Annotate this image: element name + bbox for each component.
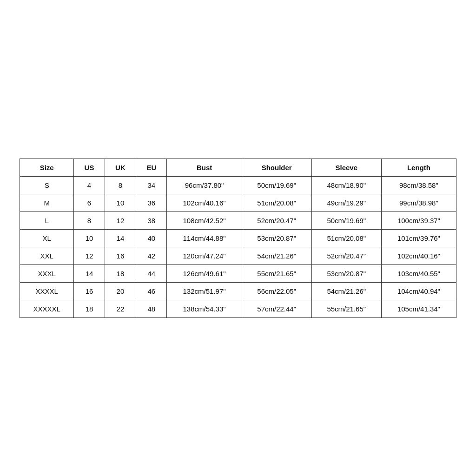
cell-r1-c3: 36 [136,194,167,212]
table-row: M61036102cm/40.16"51cm/20.08"49cm/19.29"… [20,194,456,212]
cell-r3-c4: 114cm/44.88" [167,229,242,247]
cell-r2-c1: 8 [74,212,105,229]
cell-r1-c5: 51cm/20.08" [242,194,311,212]
cell-r7-c3: 48 [136,300,167,317]
cell-r3-c2: 14 [105,229,136,247]
cell-r1-c0: M [20,194,74,212]
cell-r6-c3: 46 [136,282,167,300]
cell-r5-c0: XXXL [20,264,74,282]
column-header-uk: UK [105,159,136,176]
cell-r6-c1: 16 [74,282,105,300]
cell-r0-c6: 48cm/18.90" [311,176,381,194]
cell-r4-c2: 16 [105,247,136,264]
cell-r6-c2: 20 [105,282,136,300]
cell-r4-c3: 42 [136,247,167,264]
cell-r3-c3: 40 [136,229,167,247]
cell-r2-c0: L [20,212,74,229]
column-header-bust: Bust [167,159,242,176]
cell-r7-c1: 18 [74,300,105,317]
cell-r5-c7: 103cm/40.55" [381,264,456,282]
cell-r1-c1: 6 [74,194,105,212]
cell-r5-c4: 126cm/49.61" [167,264,242,282]
cell-r4-c4: 120cm/47.24" [167,247,242,264]
table-row: XXXXXL182248138cm/54.33"57cm/22.44"55cm/… [20,300,456,317]
cell-r2-c3: 38 [136,212,167,229]
cell-r5-c1: 14 [74,264,105,282]
column-header-eu: EU [136,159,167,176]
cell-r0-c1: 4 [74,176,105,194]
cell-r7-c0: XXXXXL [20,300,74,317]
cell-r7-c7: 105cm/41.34" [381,300,456,317]
cell-r1-c6: 49cm/19.29" [311,194,381,212]
cell-r7-c2: 22 [105,300,136,317]
cell-r5-c5: 55cm/21.65" [242,264,311,282]
cell-r7-c4: 138cm/54.33" [167,300,242,317]
cell-r7-c5: 57cm/22.44" [242,300,311,317]
column-header-length: Length [381,159,456,176]
cell-r1-c2: 10 [105,194,136,212]
cell-r2-c2: 12 [105,212,136,229]
column-header-shoulder: Shoulder [242,159,311,176]
cell-r6-c6: 54cm/21.26" [311,282,381,300]
cell-r3-c6: 51cm/20.08" [311,229,381,247]
cell-r1-c7: 99cm/38.98" [381,194,456,212]
table-row: XXL121642120cm/47.24"54cm/21.26"52cm/20.… [20,247,456,264]
cell-r0-c4: 96cm/37.80" [167,176,242,194]
cell-r4-c5: 54cm/21.26" [242,247,311,264]
cell-r6-c0: XXXXL [20,282,74,300]
cell-r2-c6: 50cm/19.69" [311,212,381,229]
cell-r2-c5: 52cm/20.47" [242,212,311,229]
table-row: XXXXL162046132cm/51.97"56cm/22.05"54cm/2… [20,282,456,300]
cell-r6-c7: 104cm/40.94" [381,282,456,300]
cell-r0-c3: 34 [136,176,167,194]
cell-r0-c0: S [20,176,74,194]
cell-r3-c7: 101cm/39.76" [381,229,456,247]
cell-r5-c6: 53cm/20.87" [311,264,381,282]
cell-r0-c7: 98cm/38.58" [381,176,456,194]
cell-r2-c4: 108cm/42.52" [167,212,242,229]
cell-r0-c2: 8 [105,176,136,194]
cell-r7-c6: 55cm/21.65" [311,300,381,317]
table-row: L81238108cm/42.52"52cm/20.47"50cm/19.69"… [20,212,456,229]
cell-r0-c5: 50cm/19.69" [242,176,311,194]
table-row: XXXL141844126cm/49.61"55cm/21.65"53cm/20… [20,264,456,282]
column-header-sleeve: Sleeve [311,159,381,176]
cell-r4-c0: XXL [20,247,74,264]
cell-r3-c5: 53cm/20.87" [242,229,311,247]
cell-r4-c1: 12 [74,247,105,264]
cell-r6-c5: 56cm/22.05" [242,282,311,300]
column-header-size: Size [20,159,74,176]
cell-r2-c7: 100cm/39.37" [381,212,456,229]
cell-r3-c1: 10 [74,229,105,247]
cell-r4-c7: 102cm/40.16" [381,247,456,264]
cell-r5-c2: 18 [105,264,136,282]
cell-r1-c4: 102cm/40.16" [167,194,242,212]
cell-r3-c0: XL [20,229,74,247]
column-header-us: US [74,159,105,176]
size-chart-table: SizeUSUKEUBustShoulderSleeveLength S4834… [20,159,456,318]
cell-r5-c3: 44 [136,264,167,282]
size-chart-wrapper: SizeUSUKEUBustShoulderSleeveLength S4834… [10,149,466,327]
table-row: XL101440114cm/44.88"53cm/20.87"51cm/20.0… [20,229,456,247]
cell-r6-c4: 132cm/51.97" [167,282,242,300]
cell-r4-c6: 52cm/20.47" [311,247,381,264]
table-row: S483496cm/37.80"50cm/19.69"48cm/18.90"98… [20,176,456,194]
table-header-row: SizeUSUKEUBustShoulderSleeveLength [20,159,456,176]
